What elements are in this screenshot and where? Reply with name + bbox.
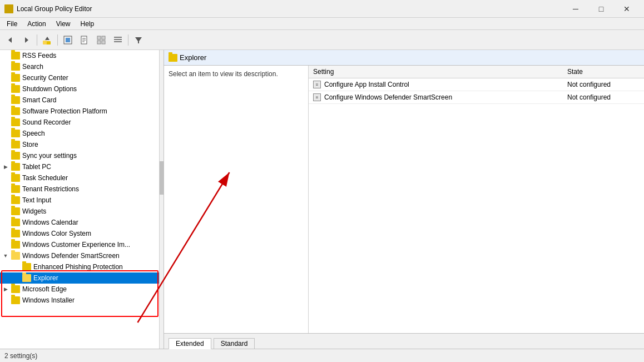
tree-item-explorer[interactable]: Explorer [0, 272, 164, 284]
tree-item-store[interactable]: Store [0, 139, 164, 150]
settings-header: Setting State [309, 66, 644, 78]
tree-area[interactable]: RSS Feeds Search Security Center Shutdow… [0, 50, 164, 349]
tree-item-text-input[interactable]: Text Input [0, 195, 164, 206]
folder-icon [11, 185, 20, 193]
maximize-button[interactable]: □ [588, 0, 614, 18]
status-bar: 2 setting(s) [0, 349, 644, 362]
filter-button[interactable] [131, 32, 146, 48]
folder-icon [11, 152, 20, 160]
tree-item-windows-calendar[interactable]: Windows Calendar [0, 217, 164, 228]
folder-icon-open-selected [22, 274, 31, 282]
scrollbar-thumb[interactable] [160, 161, 164, 195]
settings-panel: Setting State Configure App Install Cont… [309, 66, 644, 333]
folder-icon [11, 141, 20, 148]
folder-icon [11, 130, 20, 137]
tree-item-sound-recorder[interactable]: Sound Recorder [0, 117, 164, 128]
settings-row-2[interactable]: Configure Windows Defender SmartScreen N… [309, 91, 644, 104]
scrollbar[interactable] [159, 50, 164, 349]
svg-marker-4 [45, 37, 49, 40]
tree-item-windows-customer-experience[interactable]: Windows Customer Experience Im... [0, 239, 164, 250]
tree-item-widgets[interactable]: Widgets [0, 206, 164, 217]
tree-item-task-scheduler[interactable]: Task Scheduler [0, 172, 164, 184]
close-button[interactable]: ✕ [614, 0, 640, 18]
right-panel: Explorer Select an item to view its desc… [164, 50, 644, 349]
show-hide-button[interactable] [60, 32, 76, 48]
tree-item-speech[interactable]: Speech [0, 128, 164, 139]
breadcrumb-folder-icon [169, 54, 177, 62]
tree-item-shutdown-options[interactable]: Shutdown Options [0, 83, 164, 95]
folder-icon [11, 296, 20, 304]
expand-arrow: ▼ [2, 252, 9, 259]
svg-rect-13 [97, 41, 101, 44]
expand-arrow: ▶ [2, 286, 9, 292]
svg-marker-18 [135, 37, 142, 43]
tree-item-windows-more[interactable]: Windows Installer [0, 295, 164, 306]
tree-item-security-center[interactable]: Security Center [0, 72, 164, 83]
window: Local Group Policy Editor ─ □ ✕ File Act… [0, 0, 644, 362]
folder-icon [11, 63, 20, 71]
toolbar-sep-3 [128, 34, 128, 46]
settings-row-1[interactable]: Configure App Install Control Not config… [309, 78, 644, 91]
tab-standard[interactable]: Standard [214, 338, 255, 349]
folder-icon [11, 207, 20, 215]
folder-icon [11, 196, 20, 204]
tree-item-sync-settings[interactable]: Sync your settings [0, 150, 164, 161]
tree-item-windows-defender-smartscreen[interactable]: ▼ Windows Defender SmartScreen [0, 250, 164, 261]
tree-item-windows-color-system[interactable]: Windows Color System [0, 228, 164, 239]
breadcrumb-text: Explorer [180, 53, 206, 62]
minimize-button[interactable]: ─ [563, 0, 588, 18]
folder-icon [22, 263, 31, 271]
forward-button[interactable] [19, 32, 34, 48]
tree-item-search[interactable]: Search [0, 61, 164, 72]
tree-item-software-protection[interactable]: Software Protection Platform [0, 106, 164, 117]
setting-icon-2 [313, 93, 321, 101]
svg-rect-14 [102, 41, 105, 44]
menu-view[interactable]: View [52, 19, 75, 29]
app-icon [4, 4, 13, 13]
expand-arrow: ▶ [2, 163, 9, 170]
svg-marker-1 [25, 37, 28, 43]
menu-file[interactable]: File [2, 19, 22, 29]
folder-icon [11, 85, 20, 93]
properties-button[interactable] [77, 32, 92, 48]
tree-item-smart-card[interactable]: Smart Card [0, 95, 164, 106]
main-area: RSS Feeds Search Security Center Shutdow… [0, 50, 644, 349]
col-state-header: State [567, 68, 640, 76]
description-panel: Select an item to view its description. [164, 66, 309, 333]
menu-bar: File Action View Help [0, 18, 644, 30]
title-bar: Local Group Policy Editor ─ □ ✕ [0, 0, 644, 18]
svg-rect-6 [66, 38, 70, 42]
tree-item-tablet-pc[interactable]: ▶ Tablet PC [0, 161, 164, 172]
folder-icon [11, 285, 20, 293]
left-panel: RSS Feeds Search Security Center Shutdow… [0, 50, 164, 349]
view1-button[interactable] [93, 32, 109, 48]
window-title: Local Group Policy Editor [17, 5, 92, 13]
breadcrumb-bar: Explorer [164, 50, 644, 66]
svg-rect-3 [43, 41, 47, 44]
folder-icon [11, 74, 20, 82]
back-button[interactable] [2, 32, 18, 48]
tree-item-tenant-restrictions[interactable]: Tenant Restrictions [0, 184, 164, 195]
tree-item-rss-feeds[interactable]: RSS Feeds [0, 50, 164, 61]
col-state-1: Not configured [567, 81, 640, 88]
col-state-2: Not configured [567, 93, 640, 101]
tree-item-enhanced-phishing[interactable]: Enhanced Phishing Protection [0, 261, 164, 272]
toolbar-sep-1 [37, 34, 37, 46]
up-button[interactable] [39, 32, 55, 48]
tab-extended[interactable]: Extended [169, 338, 211, 349]
description-text: Select an item to view its description. [169, 70, 278, 78]
folder-icon-open [11, 252, 20, 260]
svg-marker-0 [8, 37, 12, 43]
menu-action[interactable]: Action [23, 19, 50, 29]
folder-icon [11, 96, 20, 104]
folder-icon [11, 163, 20, 171]
toolbar-sep-2 [57, 34, 58, 46]
tree-item-microsoft-edge[interactable]: ▶ Microsoft Edge [0, 284, 164, 295]
status-text: 2 setting(s) [4, 352, 37, 360]
content-area: Select an item to view its description. … [164, 66, 644, 333]
col-setting-header: Setting [313, 68, 567, 76]
menu-help[interactable]: Help [76, 19, 99, 29]
col-setting-1: Configure App Install Control [313, 81, 567, 88]
folder-icon [11, 230, 20, 237]
view2-button[interactable] [110, 32, 126, 48]
